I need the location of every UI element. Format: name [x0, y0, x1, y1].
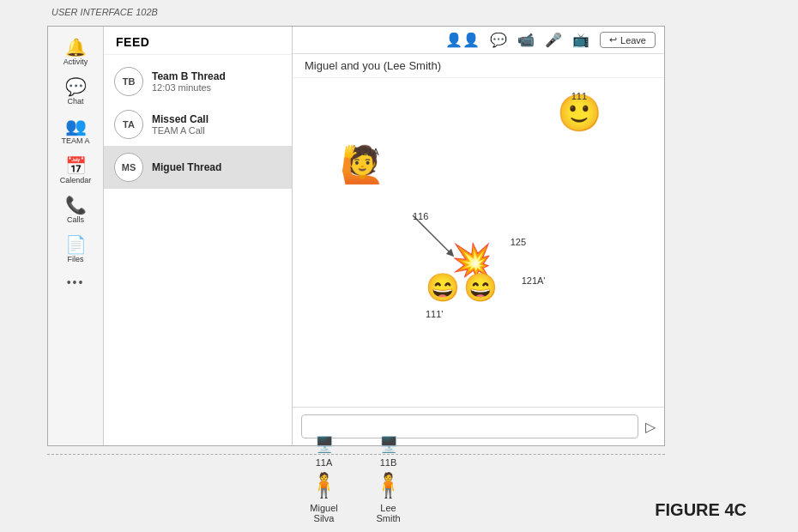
emoji-121a: 121A 🙋 [340, 147, 384, 183]
avatar-ms: MS [114, 153, 143, 182]
send-button[interactable]: ▷ [645, 419, 656, 435]
computer-icon-miguel: 🖥️ [315, 435, 334, 454]
label-121a: 121A [357, 147, 379, 157]
leave-label: Leave [620, 35, 646, 45]
main-container: 🔔 Activity 💬 Chat 👥 TEAM A 📅 Calendar 📞 … [47, 26, 665, 446]
feed-item-miguel[interactable]: MS Miguel Thread [104, 146, 292, 189]
person-name-lee: Lee Smith [376, 503, 400, 523]
chat-icon: 💬 [65, 78, 87, 95]
chat-body: 🙂 111 121A 🙋 116 [293, 78, 664, 407]
sidebar-item-calendar[interactable]: 📅 Calendar [48, 154, 103, 188]
label-111-top: 111 [571, 91, 587, 101]
feed-title-ta: Missed Call [152, 113, 209, 125]
avatar-ta: TA [114, 110, 143, 139]
more-options[interactable]: ••• [67, 275, 85, 289]
sidebar-nav: 🔔 Activity 💬 Chat 👥 TEAM A 📅 Calendar 📞 … [48, 27, 104, 445]
person-icon-miguel: 🧍 [309, 471, 339, 499]
label-125: 125 [511, 237, 526, 247]
feed-subtitle-tb: 12:03 minutes [152, 82, 226, 93]
calls-label: Calls [67, 215, 84, 224]
mic-toolbar-icon[interactable]: 🎤 [545, 32, 562, 48]
sidebar-item-team-a[interactable]: 👥 TEAM A [48, 114, 103, 148]
feed-item-missed-call[interactable]: TA Missed Call TEAM A Call [104, 103, 292, 146]
files-icon: 📄 [65, 236, 87, 253]
chat-toolbar: 👤👤 💬 📹 🎤 📺 ↩ Leave [293, 27, 664, 54]
chat-panel: 👤👤 💬 📹 🎤 📺 ↩ Leave Miguel and you (Lee S… [293, 27, 664, 445]
feed-header: Feed [104, 27, 292, 55]
feed-title-tb: Team B Thread [152, 70, 226, 82]
label-111-bottom: 111' [426, 309, 443, 319]
bottom-diagram: 🖥️ 11A 🧍 Miguel Silva 🖥️ 11B 🧍 Lee Smith [47, 435, 665, 523]
computer-icon-lee: 🖥️ [379, 435, 398, 454]
chat-label: Chat [67, 97, 83, 106]
leave-icon: ↩ [609, 34, 617, 45]
feed-info-ta: Missed Call TEAM A Call [152, 113, 209, 136]
sidebar-item-activity[interactable]: 🔔 Activity [48, 35, 103, 70]
screen-toolbar-icon[interactable]: 📺 [572, 32, 589, 48]
people-toolbar-icon[interactable]: 👤👤 [445, 32, 480, 48]
person-num-miguel: 11A [316, 457, 333, 468]
calendar-label: Calendar [60, 176, 92, 184]
team-icon: 👥 [65, 118, 87, 135]
laugh-emoji-2: 😄 [463, 272, 498, 303]
feed-title-ms: Miguel Thread [152, 161, 221, 173]
leave-button[interactable]: ↩ Leave [600, 32, 656, 48]
avatar-tb: TB [114, 67, 143, 96]
chat-toolbar-icon[interactable]: 💬 [490, 32, 507, 48]
person-icon-lee: 🧍 [373, 471, 403, 499]
team-a-label: TEAM A [61, 136, 89, 145]
calls-icon: 📞 [65, 196, 87, 214]
figure-label: FIGURE 4C [655, 500, 747, 520]
sidebar-item-chat[interactable]: 💬 Chat [48, 75, 103, 109]
sidebar-item-files[interactable]: 📄 Files [48, 233, 103, 267]
person-miguel: 🖥️ 11A 🧍 Miguel Silva [309, 435, 339, 523]
feed-subtitle-ta: TEAM A Call [152, 125, 209, 136]
label-116: 116 [413, 211, 428, 221]
video-toolbar-icon[interactable]: 📹 [517, 32, 535, 48]
feed-info-ms: Miguel Thread [152, 161, 221, 173]
emoji-pair: 😄 😄 121A' 111' [426, 271, 498, 304]
feed-item-team-b[interactable]: TB Team B Thread 12:03 minutes [104, 60, 292, 103]
laugh-emoji-1: 😄 [426, 272, 460, 303]
emoji-111-top: 🙂 111 [557, 95, 621, 131]
calendar-icon: 📅 [65, 157, 87, 174]
sidebar-item-calls[interactable]: 📞 Calls [48, 193, 103, 227]
feed-panel: Feed TB Team B Thread 12:03 minutes TA M… [104, 27, 293, 445]
files-label: Files [67, 255, 83, 263]
person-lee: 🖥️ 11B 🧍 Lee Smith [373, 435, 403, 523]
page-title: USER INTERFACE 102B [51, 7, 158, 17]
activity-icon: 🔔 [65, 39, 87, 56]
feed-info-tb: Team B Thread 12:03 minutes [152, 70, 226, 93]
person-num-lee: 11B [380, 457, 397, 468]
chat-header: Miguel and you (Lee Smith) [293, 54, 664, 78]
person-name-miguel: Miguel Silva [310, 503, 337, 523]
send-icon: ▷ [645, 420, 656, 434]
feed-items: TB Team B Thread 12:03 minutes TA Missed… [104, 55, 292, 194]
activity-label: Activity [63, 57, 88, 66]
label-121a-bottom: 121A' [522, 275, 546, 286]
